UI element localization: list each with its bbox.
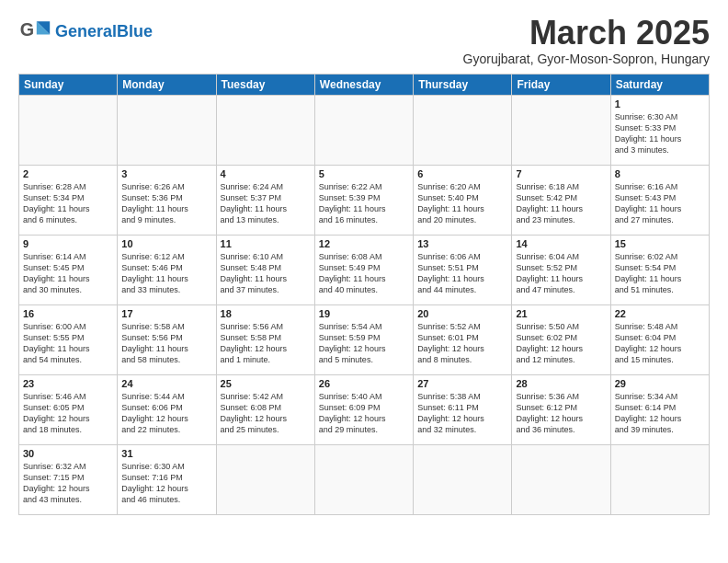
calendar-week-1: 1Sunrise: 6:30 AM Sunset: 5:33 PM Daylig… <box>19 95 710 165</box>
calendar-cell: 28Sunrise: 5:36 AM Sunset: 6:12 PM Dayli… <box>512 374 610 444</box>
day-number: 10 <box>121 238 211 249</box>
calendar-cell <box>216 95 314 165</box>
day-info: Sunrise: 5:40 AM Sunset: 6:09 PM Dayligh… <box>319 391 409 436</box>
calendar-cell: 29Sunrise: 5:34 AM Sunset: 6:14 PM Dayli… <box>610 374 709 444</box>
day-number: 13 <box>417 238 507 249</box>
calendar-cell: 13Sunrise: 6:06 AM Sunset: 5:51 PM Dayli… <box>414 235 512 304</box>
logo-blue: Blue <box>117 22 153 40</box>
calendar-cell <box>414 444 512 514</box>
day-number: 17 <box>121 308 211 319</box>
calendar-cell: 17Sunrise: 5:58 AM Sunset: 5:56 PM Dayli… <box>118 304 216 374</box>
calendar-week-6: 30Sunrise: 6:32 AM Sunset: 7:15 PM Dayli… <box>19 444 710 514</box>
calendar-week-4: 16Sunrise: 6:00 AM Sunset: 5:55 PM Dayli… <box>19 304 710 374</box>
day-number: 9 <box>23 238 113 249</box>
day-info: Sunrise: 6:22 AM Sunset: 5:39 PM Dayligh… <box>319 181 409 226</box>
calendar-cell <box>19 95 118 165</box>
day-info: Sunrise: 6:14 AM Sunset: 5:45 PM Dayligh… <box>23 251 113 296</box>
calendar-cell: 15Sunrise: 6:02 AM Sunset: 5:54 PM Dayli… <box>610 235 709 304</box>
day-info: Sunrise: 6:26 AM Sunset: 5:36 PM Dayligh… <box>121 181 211 226</box>
calendar-cell: 10Sunrise: 6:12 AM Sunset: 5:46 PM Dayli… <box>118 235 216 304</box>
calendar-cell: 1Sunrise: 6:30 AM Sunset: 5:33 PM Daylig… <box>610 95 709 165</box>
calendar-header: SundayMondayTuesdayWednesdayThursdayFrid… <box>19 74 710 95</box>
calendar-cell: 19Sunrise: 5:54 AM Sunset: 5:59 PM Dayli… <box>314 304 413 374</box>
calendar-cell: 20Sunrise: 5:52 AM Sunset: 6:01 PM Dayli… <box>414 304 512 374</box>
calendar-cell: 4Sunrise: 6:24 AM Sunset: 5:37 PM Daylig… <box>216 165 314 235</box>
calendar-cell <box>216 444 314 514</box>
day-number: 29 <box>615 378 705 389</box>
calendar-cell: 6Sunrise: 6:20 AM Sunset: 5:40 PM Daylig… <box>414 165 512 235</box>
weekday-header-sunday: Sunday <box>19 74 118 95</box>
day-number: 1 <box>615 98 705 109</box>
day-number: 23 <box>23 378 113 389</box>
calendar-cell: 24Sunrise: 5:44 AM Sunset: 6:06 PM Dayli… <box>118 374 216 444</box>
day-info: Sunrise: 6:32 AM Sunset: 7:15 PM Dayligh… <box>23 461 113 506</box>
day-info: Sunrise: 5:44 AM Sunset: 6:06 PM Dayligh… <box>121 391 211 436</box>
weekday-row: SundayMondayTuesdayWednesdayThursdayFrid… <box>19 74 710 95</box>
calendar-week-2: 2Sunrise: 6:28 AM Sunset: 5:34 PM Daylig… <box>19 165 710 235</box>
day-info: Sunrise: 6:30 AM Sunset: 5:33 PM Dayligh… <box>615 111 705 156</box>
calendar-cell <box>118 95 216 165</box>
day-number: 4 <box>221 168 311 179</box>
day-number: 20 <box>417 308 507 319</box>
calendar-cell: 8Sunrise: 6:16 AM Sunset: 5:43 PM Daylig… <box>610 165 709 235</box>
calendar-cell: 12Sunrise: 6:08 AM Sunset: 5:49 PM Dayli… <box>314 235 413 304</box>
calendar-week-3: 9Sunrise: 6:14 AM Sunset: 5:45 PM Daylig… <box>19 235 710 304</box>
day-info: Sunrise: 6:00 AM Sunset: 5:55 PM Dayligh… <box>23 321 113 366</box>
calendar-cell: 5Sunrise: 6:22 AM Sunset: 5:39 PM Daylig… <box>314 165 413 235</box>
calendar-cell: 9Sunrise: 6:14 AM Sunset: 5:45 PM Daylig… <box>19 235 118 304</box>
day-number: 25 <box>221 378 311 389</box>
logo-icon: G <box>18 15 51 48</box>
calendar-table: SundayMondayTuesdayWednesdayThursdayFrid… <box>18 74 710 515</box>
day-number: 3 <box>121 168 211 179</box>
day-info: Sunrise: 5:48 AM Sunset: 6:04 PM Dayligh… <box>615 321 705 366</box>
calendar-cell: 30Sunrise: 6:32 AM Sunset: 7:15 PM Dayli… <box>19 444 118 514</box>
day-info: Sunrise: 6:24 AM Sunset: 5:37 PM Dayligh… <box>221 181 311 226</box>
day-info: Sunrise: 5:34 AM Sunset: 6:14 PM Dayligh… <box>615 391 705 436</box>
day-info: Sunrise: 6:08 AM Sunset: 5:49 PM Dayligh… <box>319 251 409 296</box>
day-number: 19 <box>319 308 409 319</box>
day-number: 27 <box>417 378 507 389</box>
calendar-cell: 21Sunrise: 5:50 AM Sunset: 6:02 PM Dayli… <box>512 304 610 374</box>
header: G GeneralBlue March 2025 Gyorujbarat, Gy… <box>18 15 710 66</box>
day-info: Sunrise: 5:52 AM Sunset: 6:01 PM Dayligh… <box>417 321 507 366</box>
day-number: 21 <box>516 308 606 319</box>
day-number: 5 <box>319 168 409 179</box>
weekday-header-friday: Friday <box>512 74 610 95</box>
calendar-cell <box>512 95 610 165</box>
page: G GeneralBlue March 2025 Gyorujbarat, Gy… <box>0 0 728 526</box>
weekday-header-saturday: Saturday <box>610 74 709 95</box>
calendar-cell: 27Sunrise: 5:38 AM Sunset: 6:11 PM Dayli… <box>414 374 512 444</box>
calendar-cell: 23Sunrise: 5:46 AM Sunset: 6:05 PM Dayli… <box>19 374 118 444</box>
weekday-header-monday: Monday <box>118 74 216 95</box>
calendar-cell <box>414 95 512 165</box>
day-number: 12 <box>319 238 409 249</box>
calendar-cell <box>512 444 610 514</box>
day-number: 14 <box>516 238 606 249</box>
calendar-cell: 14Sunrise: 6:04 AM Sunset: 5:52 PM Dayli… <box>512 235 610 304</box>
day-number: 16 <box>23 308 113 319</box>
day-number: 18 <box>221 308 311 319</box>
logo-text: GeneralBlue <box>55 23 153 40</box>
calendar-cell: 3Sunrise: 6:26 AM Sunset: 5:36 PM Daylig… <box>118 165 216 235</box>
day-info: Sunrise: 6:16 AM Sunset: 5:43 PM Dayligh… <box>615 181 705 226</box>
day-info: Sunrise: 5:38 AM Sunset: 6:11 PM Dayligh… <box>417 391 507 436</box>
calendar-cell: 7Sunrise: 6:18 AM Sunset: 5:42 PM Daylig… <box>512 165 610 235</box>
day-number: 11 <box>221 238 311 249</box>
calendar-cell: 22Sunrise: 5:48 AM Sunset: 6:04 PM Dayli… <box>610 304 709 374</box>
day-info: Sunrise: 6:28 AM Sunset: 5:34 PM Dayligh… <box>23 181 113 226</box>
calendar-cell: 11Sunrise: 6:10 AM Sunset: 5:48 PM Dayli… <box>216 235 314 304</box>
day-number: 6 <box>417 168 507 179</box>
day-info: Sunrise: 5:54 AM Sunset: 5:59 PM Dayligh… <box>319 321 409 366</box>
logo-general: General <box>55 22 117 40</box>
calendar-cell: 25Sunrise: 5:42 AM Sunset: 6:08 PM Dayli… <box>216 374 314 444</box>
calendar-body: 1Sunrise: 6:30 AM Sunset: 5:33 PM Daylig… <box>19 95 710 514</box>
day-info: Sunrise: 5:42 AM Sunset: 6:08 PM Dayligh… <box>221 391 311 436</box>
day-number: 28 <box>516 378 606 389</box>
day-info: Sunrise: 5:58 AM Sunset: 5:56 PM Dayligh… <box>121 321 211 366</box>
calendar-cell: 2Sunrise: 6:28 AM Sunset: 5:34 PM Daylig… <box>19 165 118 235</box>
calendar-cell <box>314 95 413 165</box>
day-number: 15 <box>615 238 705 249</box>
day-info: Sunrise: 6:04 AM Sunset: 5:52 PM Dayligh… <box>516 251 606 296</box>
logo: G GeneralBlue <box>18 15 153 48</box>
day-info: Sunrise: 5:36 AM Sunset: 6:12 PM Dayligh… <box>516 391 606 436</box>
